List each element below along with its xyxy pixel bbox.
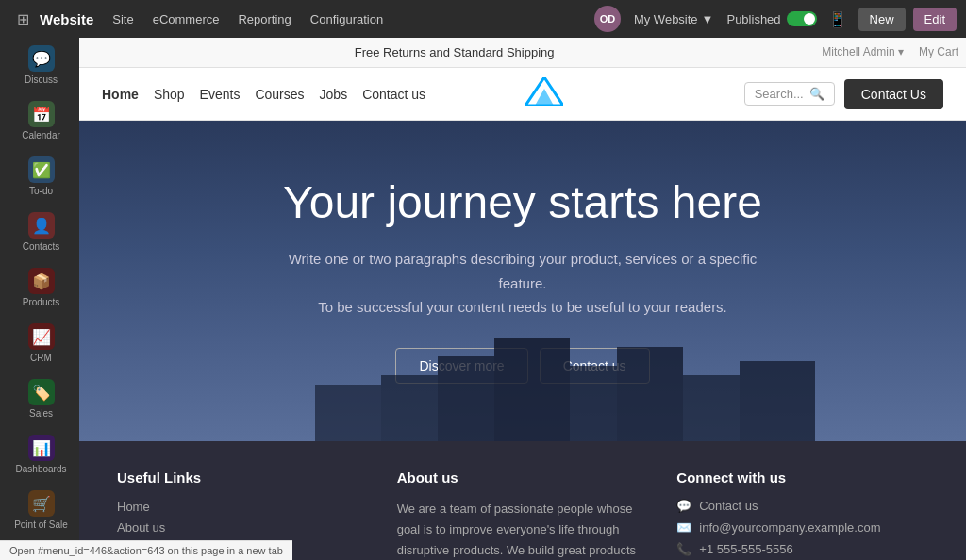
connect-heading: Connect with us [676,469,928,486]
my-cart[interactable]: My Cart [919,45,958,58]
sidebar-item-pos[interactable]: 🛒 Point of Sale [0,483,79,538]
sidebar-item-crm[interactable]: 📈 CRM [0,316,79,371]
announcement-bar: Free Returns and Standard Shipping My Ca… [79,38,966,68]
svg-rect-7 [315,385,381,441]
search-placeholder: Search... [755,87,804,101]
connect-contact: 💬 Contact us [676,499,928,513]
svg-rect-3 [494,338,570,441]
sidebar-item-contacts[interactable]: 👤 Contacts [0,205,79,260]
phone-icon: 📞 [676,542,691,556]
publish-toggle[interactable] [787,11,817,26]
svg-rect-2 [438,356,494,441]
svg-rect-9 [740,361,815,441]
about-us-text1: We are a team of passionate people whose… [397,499,649,560]
sidebar-item-dashboards[interactable]: 📊 Dashboards [0,427,79,483]
contacts-icon: 👤 [28,212,55,239]
search-bar: Search... 🔍 [744,82,835,106]
content-area: Free Returns and Standard Shipping My Ca… [79,38,966,560]
nav-jobs[interactable]: Jobs [320,87,348,102]
discuss-icon: 💬 [28,45,55,72]
top-bar-right: OD My Website ▼ Published 📱 New Edit [594,6,957,32]
menu-site[interactable]: Site [103,0,142,38]
website-nav: Home Shop Events Courses Jobs Contact us… [79,68,966,121]
new-button[interactable]: New [858,8,906,31]
sidebar-item-todo[interactable]: ✅ To-do [0,149,79,205]
nav-right: Search... 🔍 Contact Us [744,79,943,109]
edit-button[interactable]: Edit [913,8,957,31]
crm-icon: 📈 [28,323,55,350]
top-nav-menu: Site eCommerce Reporting Configuration [103,0,392,38]
sidebar-item-products[interactable]: 📦 Products [0,260,79,316]
list-item: About us [117,519,369,535]
nav-shop[interactable]: Shop [154,87,185,102]
buildings-svg [79,328,966,441]
contact-icon: 💬 [676,499,691,513]
search-icon[interactable]: 🔍 [809,87,824,101]
todo-icon: ✅ [28,156,55,183]
apps-icon[interactable]: ⊞ [9,6,36,32]
sales-icon: 🏷️ [28,379,55,405]
menu-configuration[interactable]: Configuration [301,0,392,38]
status-tooltip: Open #menu_id=446&action=643 on this pag… [0,540,292,560]
my-website-button[interactable]: My Website ▼ [628,8,720,30]
about-us-heading: About us [397,469,649,486]
top-bar: ⊞ Website Site eCommerce Reporting Confi… [0,0,966,38]
footer-connect: Connect with us 💬 Contact us ✉️ info@you… [676,469,928,560]
nav-events[interactable]: Events [200,87,241,102]
sidebar-item-sales[interactable]: 🏷️ Sales [0,371,79,427]
svg-marker-1 [535,89,554,106]
brand-label: Website [40,11,93,27]
sidebar-item-calendar[interactable]: 📅 Calendar [0,93,79,149]
menu-reporting[interactable]: Reporting [228,0,300,38]
svg-rect-4 [570,366,617,441]
svg-rect-8 [683,375,740,441]
pos-icon: 🛒 [28,490,55,517]
list-item: Home [117,499,369,514]
website-wrapper: Free Returns and Standard Shipping My Ca… [79,38,966,560]
menu-ecommerce[interactable]: eCommerce [143,0,229,38]
hero-subtitle: Write one or two paragraphs describing y… [268,247,777,320]
nav-contact[interactable]: Contact us [362,87,425,102]
nav-courses[interactable]: Courses [255,87,304,102]
connect-email: ✉️ info@yourcompany.example.com [676,520,928,535]
calendar-icon: 📅 [28,101,55,127]
useful-links-heading: Useful Links [117,469,369,486]
email-icon: ✉️ [676,520,691,535]
hero-title: Your journey starts here [283,178,762,228]
connect-phone: 📞 +1 555-555-5556 [676,542,928,556]
app-avatar: OD [594,6,621,32]
nav-links: Home Shop Events Courses Jobs Contact us [102,87,425,102]
mobile-icon[interactable]: 📱 [824,10,851,28]
hero-section: Your journey starts here Write one or tw… [79,121,966,441]
nav-home[interactable]: Home [102,87,139,102]
main-layout: 💬 Discuss 📅 Calendar ✅ To-do 👤 Contacts … [0,38,966,560]
svg-rect-5 [617,347,683,441]
products-icon: 📦 [28,268,55,294]
contact-us-button[interactable]: Contact Us [844,79,943,109]
svg-rect-6 [381,375,438,441]
dashboards-icon: 📊 [28,435,55,461]
sidebar: 💬 Discuss 📅 Calendar ✅ To-do 👤 Contacts … [0,38,79,560]
published-status: Published [726,11,816,26]
admin-label[interactable]: Mitchell Admin ▾ [822,45,904,58]
website-logo [525,77,563,111]
footer-about-us: About us We are a team of passionate peo… [397,469,649,560]
sidebar-item-discuss[interactable]: 💬 Discuss [0,38,79,93]
